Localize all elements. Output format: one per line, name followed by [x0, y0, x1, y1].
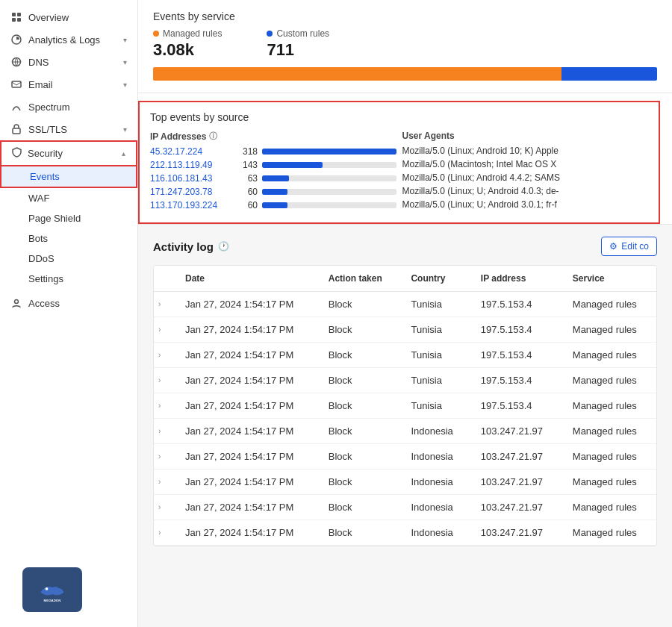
country-column-header: Country — [400, 266, 470, 292]
ip-column-header: IP address — [470, 266, 562, 292]
row-expander[interactable]: › — [154, 470, 175, 495]
sidebar-item-access[interactable]: Access — [0, 292, 137, 314]
row-expander[interactable]: › — [154, 495, 175, 520]
row-expander[interactable]: › — [154, 343, 175, 368]
row-expander[interactable]: › — [154, 368, 175, 393]
sidebar-item-spectrum[interactable]: Spectrum — [0, 96, 137, 118]
top-events-panel: Top events by source IP Addresses ⓘ 45.3… — [138, 101, 660, 224]
ip-cell: 197.5.153.4 — [470, 343, 562, 368]
ip-address[interactable]: 45.32.17.224 — [150, 146, 232, 157]
table-row[interactable]: › Jan 27, 2024 1:54:17 PM Block Indonesi… — [154, 470, 656, 495]
table-row[interactable]: › Jan 27, 2024 1:54:17 PM Block Tunisia … — [154, 292, 656, 317]
table-header-row: Date Action taken Country IP address Ser… — [154, 266, 656, 292]
edit-columns-button[interactable]: ⚙ Edit co — [601, 237, 657, 256]
service-cell: Managed rules — [562, 520, 656, 546]
country-cell: Tunisia — [400, 343, 470, 368]
custom-rules-label: Custom rules — [267, 28, 329, 39]
grid-icon — [10, 11, 22, 23]
row-expander[interactable]: › — [154, 317, 175, 343]
action-cell: Block — [318, 393, 401, 419]
ip-count: 143 — [237, 160, 258, 170]
row-expander[interactable]: › — [154, 393, 175, 419]
sidebar-item-overview[interactable]: Overview — [0, 6, 137, 28]
user-agents-column: User Agents Mozilla/5.0 (Linux; Android … — [402, 131, 649, 213]
date-cell: Jan 27, 2024 1:54:17 PM — [175, 292, 318, 317]
managed-rules-value: 3.08k — [153, 40, 222, 60]
sidebar-sub-item-label: Bots — [28, 233, 48, 244]
sidebar-sub-item-ddos[interactable]: DDoS — [0, 249, 137, 269]
chevron-down-icon: ▾ — [123, 58, 127, 66]
ip-row: 171.247.203.78 60 — [150, 187, 396, 197]
ip-address[interactable]: 113.170.193.224 — [150, 200, 232, 210]
sidebar-sub-item-page-shield[interactable]: Page Shield — [0, 208, 137, 228]
action-cell: Block — [318, 444, 401, 470]
activity-log-header: Activity log 🕐 ⚙ Edit co — [153, 237, 657, 256]
date-cell: Jan 27, 2024 1:54:17 PM — [175, 343, 318, 368]
chevron-down-icon: ▾ — [123, 36, 127, 44]
top-events-columns: IP Addresses ⓘ 45.32.17.224 318 212.113.… — [150, 131, 648, 213]
dns-icon — [10, 56, 22, 68]
sidebar-sub-item-events[interactable]: Events — [0, 166, 137, 188]
sidebar-item-email[interactable]: Email ▾ — [0, 73, 137, 96]
activity-log-tbody: › Jan 27, 2024 1:54:17 PM Block Tunisia … — [154, 292, 656, 546]
sidebar-item-security[interactable]: Security ▴ — [0, 140, 137, 166]
svg-rect-7 — [13, 128, 20, 134]
ip-bar-fill — [262, 149, 396, 155]
row-expander[interactable]: › — [154, 444, 175, 470]
ip-address[interactable]: 212.113.119.49 — [150, 160, 232, 170]
table-row[interactable]: › Jan 27, 2024 1:54:17 PM Block Indonesi… — [154, 495, 656, 520]
sidebar-item-label: Overview — [28, 12, 69, 23]
content-area: Activity log 🕐 ⚙ Edit co Date Action tak… — [138, 225, 672, 627]
ip-address[interactable]: 116.106.181.43 — [150, 173, 232, 184]
date-cell: Jan 27, 2024 1:54:17 PM — [175, 444, 318, 470]
row-expander[interactable]: › — [154, 292, 175, 317]
watermark: MEGADON — [22, 567, 82, 612]
sidebar-sub-item-waf[interactable]: WAF — [0, 188, 137, 208]
action-cell: Block — [318, 470, 401, 495]
ip-cell: 103.247.21.97 — [470, 419, 562, 444]
row-expander[interactable]: › — [154, 520, 175, 546]
custom-rules-dot — [267, 31, 273, 37]
svg-point-8 — [15, 300, 19, 304]
service-cell: Managed rules — [562, 343, 656, 368]
table-row[interactable]: › Jan 27, 2024 1:54:17 PM Block Indonesi… — [154, 444, 656, 470]
managed-rules-dot — [153, 31, 159, 37]
row-expander[interactable]: › — [154, 419, 175, 444]
sidebar-item-dns[interactable]: DNS ▾ — [0, 51, 137, 73]
ip-row: 45.32.17.224 318 — [150, 146, 396, 157]
action-cell: Block — [318, 495, 401, 520]
service-cell: Managed rules — [562, 368, 656, 393]
ip-count: 60 — [237, 187, 258, 197]
sidebar-sub-item-settings[interactable]: Settings — [0, 269, 137, 289]
sidebar-item-label: Email — [28, 79, 53, 90]
sidebar-item-label: DNS — [28, 57, 49, 68]
sidebar-sub-item-bots[interactable]: Bots — [0, 228, 137, 249]
service-cell: Managed rules — [562, 419, 656, 444]
ip-cell: 197.5.153.4 — [470, 317, 562, 343]
sidebar-item-label: Security — [28, 148, 63, 159]
ip-cell: 103.247.21.97 — [470, 495, 562, 520]
table-row[interactable]: › Jan 27, 2024 1:54:17 PM Block Tunisia … — [154, 368, 656, 393]
chevron-up-icon: ▴ — [122, 149, 125, 157]
ip-addresses-column: IP Addresses ⓘ 45.32.17.224 318 212.113.… — [150, 131, 396, 213]
ip-row: 116.106.181.43 63 — [150, 173, 396, 184]
megadon-logo: MEGADON — [22, 567, 82, 612]
table-row[interactable]: › Jan 27, 2024 1:54:17 PM Block Indonesi… — [154, 520, 656, 546]
date-cell: Jan 27, 2024 1:54:17 PM — [175, 393, 318, 419]
table-row[interactable]: › Jan 27, 2024 1:54:17 PM Block Tunisia … — [154, 317, 656, 343]
svg-rect-2 — [12, 18, 16, 22]
managed-rules-label: Managed rules — [153, 28, 222, 39]
table-row[interactable]: › Jan 27, 2024 1:54:17 PM Block Tunisia … — [154, 393, 656, 419]
ua-row: Mozilla/5.0 (Macintosh; Intel Mac OS X — [402, 159, 567, 169]
ip-address[interactable]: 171.247.203.78 — [150, 187, 232, 197]
ip-column-header: IP Addresses ⓘ — [150, 131, 396, 142]
date-cell: Jan 27, 2024 1:54:17 PM — [175, 368, 318, 393]
table-row[interactable]: › Jan 27, 2024 1:54:17 PM Block Tunisia … — [154, 343, 656, 368]
sidebar-item-ssl-tls[interactable]: SSL/TLS ▾ — [0, 118, 137, 140]
ip-cell: 103.247.21.97 — [470, 470, 562, 495]
table-row[interactable]: › Jan 27, 2024 1:54:17 PM Block Indonesi… — [154, 419, 656, 444]
country-cell: Indonesia — [400, 495, 470, 520]
sidebar-item-analytics[interactable]: Analytics & Logs ▾ — [0, 28, 137, 51]
ip-bar-fill — [262, 189, 287, 195]
date-column-header: Date — [175, 266, 318, 292]
